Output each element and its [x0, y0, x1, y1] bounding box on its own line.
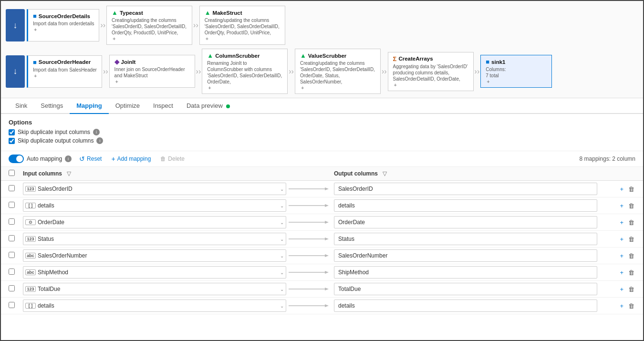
input-filter-icon[interactable]: ▽ — [67, 170, 71, 177]
add-row-btn-7[interactable]: + — [619, 301, 624, 310]
output-field-6[interactable]: TotalDue — [334, 283, 597, 295]
input-field-wrap-1[interactable]: [ ] details ⌄ — [23, 199, 286, 212]
row-checkbox-2[interactable] — [9, 218, 15, 225]
add-row-btn-4[interactable]: + — [619, 251, 624, 260]
tab-mapping[interactable]: Mapping — [70, 98, 108, 114]
chevron-icon-7[interactable]: ⌄ — [280, 303, 284, 309]
chevron-icon-4[interactable]: ⌄ — [280, 253, 284, 258]
delete-row-btn-4[interactable]: 🗑 — [627, 251, 635, 260]
delete-row-btn-5[interactable]: 🗑 — [627, 268, 635, 277]
chevron-icon-2[interactable]: ⌄ — [280, 220, 284, 225]
input-field-wrap-4[interactable]: abc SalesOrderNumber ⌄ — [23, 249, 286, 262]
delete-row-btn-7[interactable]: 🗑 — [627, 301, 635, 310]
row-checkbox-3[interactable] — [9, 235, 15, 241]
tab-sink[interactable]: Sink — [9, 98, 34, 114]
row-check-3 — [9, 235, 23, 243]
input-field-wrap-5[interactable]: abc ShipMethod ⌄ — [23, 266, 286, 279]
delete-row-btn-3[interactable]: 🗑 — [627, 235, 635, 244]
add-mapping-button[interactable]: + Add mapping — [109, 154, 153, 164]
row-checkbox-6[interactable] — [9, 285, 15, 291]
delete-row-btn-1[interactable]: 🗑 — [627, 201, 635, 210]
skip-duplicate-output-checkbox[interactable] — [9, 138, 15, 144]
tab-data-preview[interactable]: Data preview — [180, 98, 237, 114]
row-checkbox-4[interactable] — [9, 252, 15, 258]
node-source-order-details[interactable]: ■ SourceOrderDetails Import data from or… — [27, 9, 99, 41]
row-check-5 — [9, 269, 23, 276]
select-all-checkbox[interactable] — [9, 170, 15, 176]
output-col-5: ShipMethod — [334, 266, 597, 279]
node-source-order-header[interactable]: ■ SourceOrderHeader Import data from Sal… — [27, 55, 102, 88]
delete-row-btn-6[interactable]: 🗑 — [627, 285, 635, 294]
row-checkbox-5[interactable] — [9, 269, 15, 275]
node-join-it[interactable]: ◆ JoinIt Inner join on SourceOrderHeader… — [109, 55, 195, 88]
delete-button[interactable]: 🗑 Delete — [158, 155, 187, 163]
node-sink1[interactable]: ■ sink1 Columns: 7 total + — [480, 55, 552, 88]
add-row-btn-3[interactable]: + — [619, 235, 624, 244]
source-order-header-plus[interactable]: + — [34, 73, 37, 79]
chevron-icon-6[interactable]: ⌄ — [280, 287, 284, 292]
node-column-scrubber[interactable]: ▲ ColumnScrubber Renaming JoinIt to Colu… — [202, 49, 288, 94]
output-columns-header: Output columns ▽ — [334, 170, 597, 177]
chevron-icon-1[interactable]: ⌄ — [280, 203, 284, 208]
tab-optimize[interactable]: Optimize — [109, 98, 146, 114]
add-row-btn-5[interactable]: + — [619, 268, 624, 277]
output-field-5[interactable]: ShipMethod — [334, 266, 597, 279]
delete-row-btn-2[interactable]: 🗑 — [627, 218, 635, 227]
node-typecast[interactable]: ▲ Typecast Creating/updating the columns… — [106, 6, 192, 45]
delete-row-btn-0[interactable]: 🗑 — [627, 185, 635, 194]
tab-inspect[interactable]: Inspect — [146, 98, 180, 114]
input-columns-header: Input columns ▽ — [23, 170, 286, 177]
add-row-btn-2[interactable]: + — [619, 218, 624, 227]
reset-button[interactable]: ↺ Reset — [77, 154, 104, 164]
node-join-it-title: ◆ JoinIt — [114, 58, 136, 65]
output-field-3[interactable]: Status — [334, 233, 597, 245]
node-value-scrubber[interactable]: ▲ ValueScrubber Creating/updating the co… — [295, 49, 381, 94]
sink1-columns-count: 7 total — [486, 72, 499, 79]
column-scrubber-plus[interactable]: + — [208, 85, 211, 91]
input-field-wrap-2[interactable]: ⊙ OrderDate ⌄ — [23, 216, 286, 228]
skip-duplicate-input-checkbox[interactable] — [9, 129, 15, 135]
input-col-0: 123 SalesOrderID ⌄ — [23, 183, 286, 195]
mapping-table: 123 SalesOrderID ⌄ SalesOrderID + 🗑 — [1, 181, 643, 340]
output-field-0[interactable]: SalesOrderID — [334, 183, 597, 195]
add-row-btn-1[interactable]: + — [619, 201, 624, 210]
node-create-arrays[interactable]: Σ CreateArrays Aggregating data by 'Sale… — [388, 52, 474, 91]
node-make-struct[interactable]: ▲ MakeStruct Creating/updating the colum… — [199, 6, 285, 45]
source-order-details-plus[interactable]: + — [34, 27, 37, 32]
create-arrays-plus[interactable]: + — [394, 82, 397, 88]
chevron-icon-3[interactable]: ⌄ — [280, 237, 284, 242]
input-field-wrap-0[interactable]: 123 SalesOrderID ⌄ — [23, 183, 286, 195]
actions-col-5: + 🗑 — [597, 268, 635, 277]
input-field-wrap-6[interactable]: 123 TotalDue ⌄ — [23, 283, 286, 295]
tab-settings[interactable]: Settings — [34, 98, 70, 114]
input-field-wrap-7[interactable]: [ ] details ⌄ — [23, 300, 286, 312]
typecast-plus[interactable]: + — [113, 36, 115, 41]
add-row-btn-6[interactable]: + — [619, 285, 624, 294]
row-checkbox-0[interactable] — [9, 185, 15, 191]
data-preview-dot — [226, 104, 230, 108]
output-field-7[interactable]: details — [334, 300, 597, 312]
output-field-2[interactable]: OrderDate — [334, 216, 597, 228]
chevron-icon-0[interactable]: ⌄ — [280, 186, 284, 192]
row-checkbox-1[interactable] — [9, 202, 15, 208]
node-create-arrays-title: Σ CreateArrays — [393, 55, 433, 62]
input-field-name-2: OrderDate — [38, 219, 278, 226]
row2-arrow-2: ›› — [195, 67, 202, 76]
sink1-plus[interactable]: + — [487, 79, 489, 84]
row-checkbox-7[interactable] — [9, 302, 15, 308]
node-sink1-title: ■ sink1 — [486, 58, 505, 65]
output-field-4[interactable]: SalesOrderNumber — [334, 249, 597, 262]
input-col-7: [ ] details ⌄ — [23, 300, 286, 312]
chevron-icon-5[interactable]: ⌄ — [280, 270, 284, 275]
table-header: Input columns ▽ Output columns ▽ — [1, 167, 643, 181]
output-filter-icon[interactable]: ▽ — [383, 170, 387, 177]
auto-mapping-toggle[interactable] — [9, 155, 24, 163]
input-field-wrap-3[interactable]: 123 Status ⌄ — [23, 233, 286, 245]
add-row-btn-0[interactable]: + — [619, 185, 624, 194]
arrow-svg-7 — [289, 303, 332, 309]
output-field-1[interactable]: details — [334, 199, 597, 212]
node-column-scrubber-title: ▲ ColumnScrubber — [207, 52, 260, 59]
make-struct-plus[interactable]: + — [206, 36, 208, 41]
value-scrubber-plus[interactable]: + — [301, 85, 304, 91]
join-it-plus[interactable]: + — [115, 79, 118, 84]
